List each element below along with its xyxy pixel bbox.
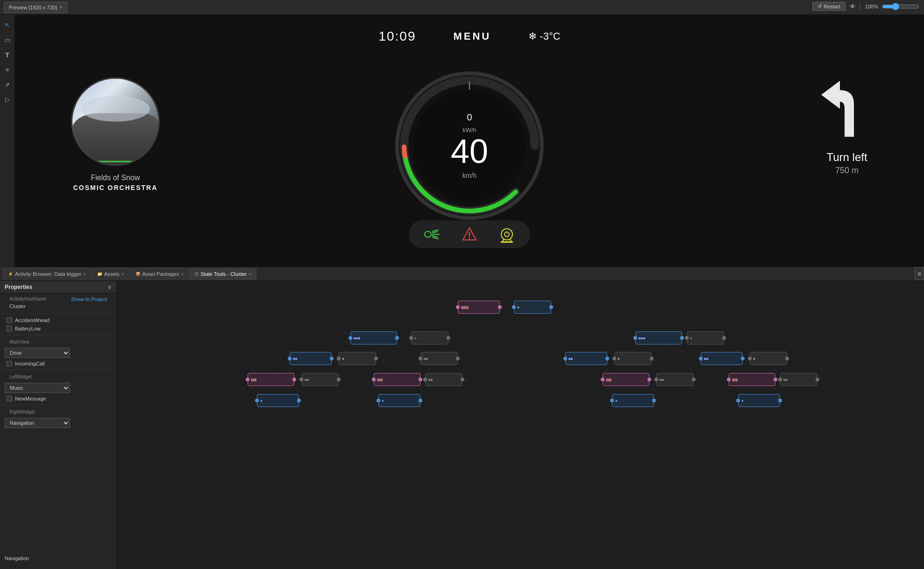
connection-lines-svg [117, 281, 257, 351]
right-widget-label-row: RightWidget [0, 407, 116, 416]
share-icon[interactable]: ⇗ [1, 78, 14, 91]
properties-expand-icon[interactable]: ∨ [107, 284, 112, 290]
node-row4-g[interactable]: ▮▮▮ [729, 373, 775, 386]
assets-icon: 📁 [97, 272, 102, 276]
tab-state-tools-label: State Tools - Cluster [200, 271, 247, 277]
node-row4-a[interactable]: ▮▮▮ [248, 373, 294, 386]
navigation-section: Turn left 750 m [817, 76, 877, 176]
node-row3-d[interactable]: ■■ [565, 352, 607, 365]
node-row4-f[interactable]: ■■ [656, 373, 694, 386]
rect-icon[interactable]: ▭ [1, 34, 14, 46]
nav-instruction: Turn left [826, 151, 867, 164]
node-row4-b[interactable]: ■■ [301, 373, 339, 386]
tab-asset-packages-close[interactable]: × [181, 272, 184, 277]
node-row2-d[interactable]: ● [687, 331, 724, 344]
layers-icon[interactable]: ≡ [1, 63, 14, 76]
node-row3-a[interactable]: ■■ [290, 352, 332, 365]
panel-expand-button[interactable]: ⊞ [915, 267, 924, 280]
preview-tab-label: Preview [1920 x 720] [9, 5, 57, 10]
zoom-level: 100% [865, 4, 878, 9]
restart-icon: ↺ [817, 3, 822, 9]
main-view-select[interactable]: Drive Park Reverse [5, 348, 70, 358]
node-row4-h[interactable]: ■■ [780, 373, 817, 386]
node-row5-c[interactable]: ● [612, 394, 654, 407]
preview-area: 10:09 MENU ❄ -3°C Fields of Snow COSMIC … [15, 15, 924, 276]
battery-low-checkbox[interactable] [7, 326, 12, 331]
svg-text:!: ! [469, 235, 470, 240]
accident-ahead-row[interactable]: AccidentAhead [0, 316, 116, 324]
divider-3 [0, 370, 116, 370]
left-sidebar: ↖ ▭ T ≡ ⇗ ▷ [0, 15, 15, 276]
accident-ahead-label: AccidentAhead [15, 317, 50, 323]
incoming-call-checkbox[interactable] [7, 361, 12, 366]
battery-low-row[interactable]: BatteryLow [0, 324, 116, 333]
incoming-call-label: IncomingCall [15, 361, 45, 366]
accident-ahead-checkbox[interactable] [7, 317, 12, 323]
zoom-slider[interactable] [882, 3, 919, 10]
album-art [71, 77, 160, 166]
node-row3-g[interactable]: ● [750, 352, 787, 365]
panel-tabs: ⚡ Activity Browser: Data trigger × 📁 Ass… [0, 267, 924, 281]
speedo-center: 0 kW/h 40 km/h [451, 112, 488, 179]
tab-activity-browser-label: Activity Browser: Data trigger [15, 271, 81, 277]
node-row3-c[interactable]: ■■ [420, 352, 458, 365]
nav-arrow-svg [817, 76, 877, 141]
tab-assets[interactable]: 📁 Assets × [92, 268, 129, 280]
node-row4-d[interactable]: ■■ [425, 373, 462, 386]
node-row2-b[interactable]: ● [411, 331, 448, 344]
node-row3-e[interactable]: ● [614, 352, 652, 365]
node-row1-center[interactable]: ▮▮▮▮ [458, 301, 500, 314]
bottom-content: Properties ∨ ActivityHostName Show In Pr… [0, 281, 924, 569]
tab-assets-close[interactable]: × [121, 272, 124, 277]
tab-state-tools-close[interactable]: × [249, 272, 251, 277]
speedo-power-value: 0 [451, 112, 488, 123]
new-message-checkbox[interactable] [7, 396, 12, 401]
node-row4-c[interactable]: ▮▮▮ [374, 373, 420, 386]
nav-distance: 750 m [835, 166, 859, 176]
activity-host-name-value: Cluster [9, 303, 26, 309]
node-row4-e[interactable]: ▮▮▮ [603, 373, 649, 386]
node-row3-b[interactable]: ● [339, 352, 376, 365]
svg-line-9 [432, 237, 439, 239]
node-row5-b[interactable]: ● [378, 394, 420, 407]
cluster-top-bar: 10:09 MENU ❄ -3°C [15, 29, 924, 44]
tab-activity-browser-close[interactable]: × [83, 272, 86, 277]
properties-title: Properties [5, 284, 32, 290]
right-widget-select[interactable]: Navigation Music Phone [5, 418, 70, 428]
show-in-project-link[interactable]: Show In Project [71, 296, 112, 302]
bottom-panel: ⚡ Activity Browser: Data trigger × 📁 Ass… [0, 267, 924, 569]
svg-text:!: ! [506, 232, 507, 236]
node-row5-d[interactable]: ● [738, 394, 780, 407]
node-row2-a[interactable]: ■■■ [350, 331, 397, 344]
asset-packages-icon: 📦 [135, 272, 141, 276]
video-icon[interactable]: ▷ [1, 93, 14, 105]
divider-2 [0, 335, 116, 335]
data-trigger-icon: ⚡ [8, 272, 13, 276]
incoming-call-row[interactable]: IncomingCall [0, 359, 116, 368]
node-row1-right[interactable]: ● [514, 301, 551, 314]
node-row2-c[interactable]: ■■■ [635, 331, 682, 344]
divider-1 [0, 314, 116, 314]
text-icon[interactable]: T [1, 49, 14, 61]
tab-activity-browser[interactable]: ⚡ Activity Browser: Data trigger × [3, 268, 91, 280]
node-graph[interactable]: ▮▮▮▮ ● ■■■ ● ■■■ [117, 281, 924, 569]
tab-state-tools[interactable]: ⬡ State Tools - Cluster × [190, 268, 256, 280]
main-view-select-row: Drive Park Reverse [0, 346, 116, 359]
node-row3-f[interactable]: ■■ [701, 352, 743, 365]
nav-bottom-label: Navigation [5, 555, 29, 561]
cluster-time: 10:09 [378, 29, 416, 44]
preview-tab-close[interactable]: × [60, 5, 63, 10]
accident-warning-icon: ! [460, 225, 479, 244]
activity-host-name-label: ActivityHostName [5, 295, 51, 302]
node-row5-a[interactable]: ● [257, 394, 299, 407]
tab-asset-packages[interactable]: 📦 Asset Packages × [130, 268, 189, 280]
tab-assets-label: Assets [104, 271, 120, 277]
album-image [72, 79, 158, 165]
right-widget-select-row: Navigation Music Phone [0, 416, 116, 429]
pointer-icon[interactable]: ↖ [1, 19, 14, 31]
left-widget-select[interactable]: Music Navigation Phone [5, 383, 70, 393]
preview-tab[interactable]: Preview [1920 x 720] × [4, 2, 68, 13]
new-message-row[interactable]: NewMessage [0, 394, 116, 403]
restart-button[interactable]: ↺ Restart [812, 2, 845, 11]
main-view-label: MainView [5, 338, 34, 345]
